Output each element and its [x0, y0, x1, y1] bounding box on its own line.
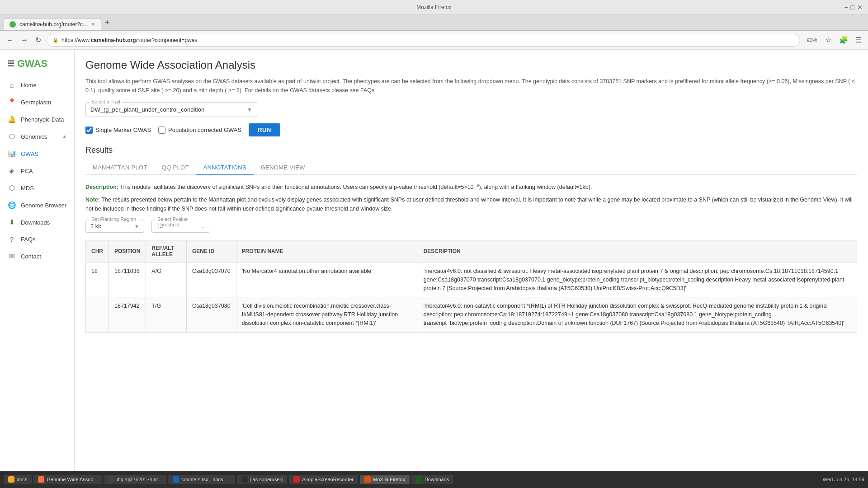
annotations-table: Chr Position REF/ALT allele Gene Id Prot…: [85, 240, 857, 333]
trait-selector[interactable]: Select a Trait DW_(g_per_plant)_under_co…: [85, 102, 257, 117]
description-label: Description:: [85, 184, 118, 190]
cell-gene-id-2: Csa18g037080: [186, 297, 236, 332]
lock-icon: 🔒: [52, 37, 59, 43]
flanking-region-filter[interactable]: Set Flanking Region 2 kb ▼: [85, 220, 144, 233]
sidebar-item-contact[interactable]: ✉ Contact: [0, 248, 74, 265]
sidebar-label-germplasm: Germplasm: [21, 99, 67, 106]
population-corrected-label: Population corrected GWAS: [168, 127, 241, 133]
gwas-options: Single Marker GWAS Population corrected …: [85, 123, 857, 136]
cell-protein-2: 'Cell division.meiotic recombination.mei…: [236, 297, 418, 332]
sidebar-item-pca[interactable]: ◈ PCA: [0, 162, 74, 179]
sidebar-label-faqs: FAQs: [21, 236, 67, 243]
population-corrected-option[interactable]: Population corrected GWAS: [158, 127, 241, 134]
cell-chr-2: [86, 297, 109, 332]
note-label: Note:: [85, 197, 100, 203]
sidebar-label-contact: Contact: [21, 253, 67, 260]
sidebar-item-gwas[interactable]: 📊 GWAS: [0, 145, 74, 162]
cell-chr-1: 18: [86, 263, 109, 297]
flanking-chevron-down-icon: ▼: [134, 224, 139, 229]
note-box: Note: The results presented below pertai…: [85, 195, 857, 213]
tab-manhattan-plot[interactable]: MANHATTAN PLOT: [85, 160, 155, 175]
main-content: Genome Wide Association Analysis This to…: [75, 50, 868, 471]
chevron-down-icon: ▼: [247, 107, 252, 113]
sidebar-label-mds: MDS: [21, 185, 67, 192]
sidebar-item-germplasm[interactable]: 📍 Germplasm: [0, 94, 74, 111]
population-corrected-checkbox[interactable]: [158, 127, 165, 134]
sidebar-item-home[interactable]: ⌂ Home: [0, 77, 74, 94]
tab-close-button[interactable]: ✕: [91, 21, 95, 28]
table-row: 18717942 T/G Csa18g037080 'Cell division…: [86, 297, 857, 332]
zoom-level[interactable]: 90%: [804, 36, 820, 44]
sidebar-item-genomics[interactable]: ⬡ Genomics ▲: [0, 128, 74, 145]
trait-select-label: Select a Trait: [90, 99, 122, 104]
browser-title: Mozilla Firefox: [416, 4, 451, 10]
pvalue-label: Select Pvalue Threshold: [156, 216, 210, 227]
run-button[interactable]: RUN: [249, 123, 280, 136]
flanking-region-select[interactable]: 2 kb ▼: [90, 223, 139, 230]
browser-tabbar: camelina-hub.org/router?c... ✕ +: [0, 14, 868, 31]
app-layout: ☰ GWAS ⌂ Home 📍 Germplasm 🔔 Phenotypic D…: [0, 50, 868, 471]
logo-text: GWAS: [17, 58, 47, 70]
cell-gene-id-1: Csa18g037070: [186, 263, 236, 297]
tab-favicon: [9, 21, 16, 28]
menu-icon[interactable]: ☰: [854, 34, 863, 46]
page-description: This tool allows to perform GWAS analyse…: [85, 77, 857, 95]
sidebar-label-gwas: GWAS: [21, 150, 67, 157]
url-text: https://www.camelina-hub.org/router?comp…: [61, 37, 197, 43]
pvalue-filter[interactable]: Select Pvalue Threshold 10⁻⁷ ▼: [151, 220, 210, 233]
trait-selected-text: DW_(g_per_plant)_under_control_condition: [90, 106, 204, 113]
bookmark-icon[interactable]: ☆: [824, 34, 834, 46]
note-text: The results presented below pertain to t…: [85, 197, 853, 212]
back-button[interactable]: ←: [5, 34, 15, 46]
downloads-icon: ⬇: [7, 218, 16, 226]
flanking-region-value: 2 kb: [90, 223, 102, 230]
results-tabs: MANHATTAN PLOT QQ PLOT ANNOTATIONS GENOM…: [85, 160, 857, 175]
page-title: Genome Wide Association Analysis: [85, 59, 857, 71]
minimize-icon[interactable]: −: [844, 4, 848, 11]
sidebar-item-genome-browser[interactable]: 🌐 Genome Browser: [0, 197, 74, 214]
new-tab-button[interactable]: +: [101, 16, 113, 29]
sidebar-label-pca: PCA: [21, 168, 67, 174]
maximize-icon[interactable]: □: [851, 4, 854, 11]
pca-icon: ◈: [7, 167, 16, 175]
sidebar-label-downloads: Downloads: [21, 219, 67, 226]
trait-select-value[interactable]: DW_(g_per_plant)_under_control_condition…: [90, 106, 252, 113]
tab-annotations[interactable]: ANNOTATIONS: [196, 160, 254, 175]
gwas-icon: 📊: [7, 150, 16, 158]
tab-title: camelina-hub.org/router?c...: [19, 21, 87, 28]
home-icon: ⌂: [7, 81, 16, 89]
col-position: Position: [109, 240, 146, 263]
window-controls[interactable]: − □ ✕: [844, 4, 863, 11]
sidebar-item-phenotypic-data[interactable]: 🔔 Phenotypic Data: [0, 111, 74, 128]
mds-icon: ⬡: [7, 184, 16, 192]
description-box: Description: This module facilitates the…: [85, 183, 857, 192]
address-bar[interactable]: 🔒 https://www.camelina-hub.org/router?co…: [47, 34, 800, 47]
single-marker-option[interactable]: Single Marker GWAS: [85, 127, 151, 134]
close-icon[interactable]: ✕: [857, 4, 863, 11]
cell-desc-1: 'mercator4v6.0: not classified & swisspr…: [418, 263, 857, 297]
sidebar-item-faqs[interactable]: ? FAQs: [0, 231, 74, 248]
col-description: DESCRIPTION: [418, 240, 857, 263]
reload-button[interactable]: ↻: [33, 34, 43, 46]
cell-ref-alt-1: A/G: [146, 263, 187, 297]
sidebar-item-downloads[interactable]: ⬇ Downloads: [0, 214, 74, 231]
forward-button[interactable]: →: [19, 34, 30, 46]
hamburger-icon[interactable]: ☰: [7, 59, 14, 69]
single-marker-checkbox[interactable]: [85, 127, 93, 134]
cell-position-2: 18717942: [109, 297, 146, 332]
tab-qq-plot[interactable]: QQ PLOT: [155, 160, 196, 175]
col-protein-name: Protein Name: [236, 240, 418, 263]
sidebar-item-mds[interactable]: ⬡ MDS: [0, 179, 74, 197]
tab-genome-view[interactable]: GENOME VIEW: [254, 160, 312, 175]
browser-tab[interactable]: camelina-hub.org/router?c... ✕: [4, 18, 101, 30]
filter-row: Set Flanking Region 2 kb ▼ Select Pvalue…: [85, 220, 857, 233]
phenotypic-icon: 🔔: [7, 115, 16, 123]
results-title: Results: [85, 145, 857, 155]
browser-navbar: ← → ↻ 🔒 https://www.camelina-hub.org/rou…: [0, 31, 868, 50]
cell-desc-2: 'mercator4v6.0: non-catalytic component …: [418, 297, 857, 332]
cell-protein-1: 'No Mercator4 annotation.other annotatio…: [236, 263, 418, 297]
sidebar-label-genomics: Genomics: [21, 133, 57, 140]
cell-ref-alt-2: T/G: [146, 297, 187, 332]
extensions-icon[interactable]: 🧩: [837, 34, 850, 46]
col-chr: Chr: [86, 240, 109, 263]
